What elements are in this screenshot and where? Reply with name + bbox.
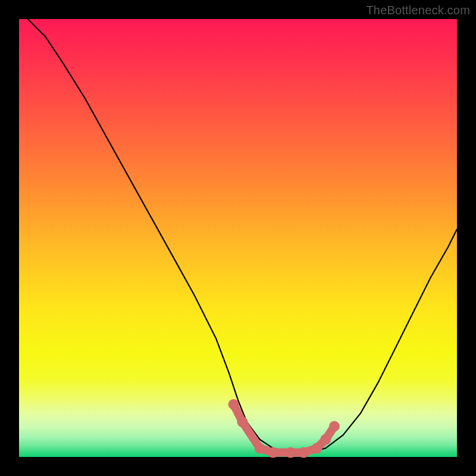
highlight-dot xyxy=(268,447,278,458)
highlight-dot xyxy=(228,399,239,410)
watermark-text: TheBottleneck.com xyxy=(366,4,470,17)
highlight-dot xyxy=(285,447,296,458)
bottleneck-curve xyxy=(28,19,457,453)
highlight-dot xyxy=(329,421,340,432)
highlight-dot xyxy=(320,434,331,445)
plot-area xyxy=(19,19,457,457)
highlight-dot xyxy=(237,416,248,427)
highlight-dot xyxy=(255,443,265,453)
highlight-dot xyxy=(298,447,309,458)
chart-svg xyxy=(19,19,457,457)
highlight-dot xyxy=(312,443,322,453)
